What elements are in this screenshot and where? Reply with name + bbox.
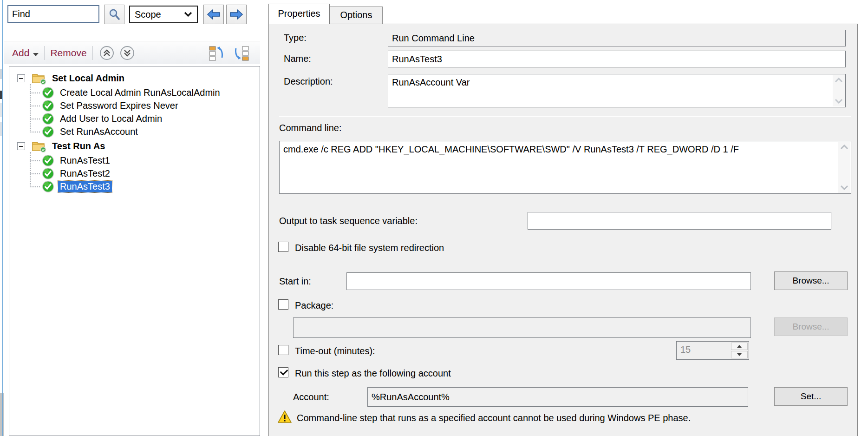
tree-item-label: RunAsTest2 [58,168,112,179]
tree-item-label: Add User to Local Admin [58,113,164,125]
tree-item[interactable]: RunAsTest2 [9,167,260,180]
section-separator [279,116,851,117]
output-variable-label: Output to task sequence variable: [279,216,418,226]
command-line-input[interactable]: cmd.exe /c REG ADD "HKEY_LOCAL_MACHINE\S… [279,141,851,194]
package-label: Package: [295,300,333,311]
package-browse-button[interactable]: Browse... [774,317,848,336]
tree-item-label: RunAsTest1 [58,155,112,166]
name-input[interactable] [388,51,846,67]
scroll-down-icon [840,185,848,190]
chevron-down-icon [184,12,192,17]
description-label: Description: [284,76,333,87]
step-success-icon [42,112,54,125]
tab-properties[interactable]: Properties [268,4,330,24]
tree-group-label: Test Run As [50,140,107,152]
spinner-up-button[interactable] [731,343,748,350]
step-success-icon [42,167,54,180]
scope-dropdown[interactable]: Scope [129,6,198,23]
run-as-checkbox[interactable] [278,367,288,377]
collapse-all-button[interactable] [98,45,115,61]
description-input[interactable]: RunAsAccount Var [388,74,846,107]
name-label: Name: [284,53,311,64]
move-down-button[interactable] [233,45,250,61]
tree-item[interactable]: Set RunAsAccount [9,125,260,138]
remove-button[interactable]: Remove [50,47,86,59]
timeout-value: 15 [680,344,691,355]
arrow-left-icon [207,9,221,20]
step-success-icon [42,180,54,193]
account-label: Account: [293,392,329,403]
tree-item[interactable]: Create Local Admin RunAsLocalAdmin [9,86,260,99]
add-dropdown-caret-icon [33,53,39,56]
tree-item-label: Set Password Expires Never [58,100,180,112]
package-field [293,317,751,338]
tree-item[interactable]: RunAsTest1 [9,154,260,167]
scroll-up-icon [835,78,843,83]
scope-value: Scope [135,9,161,20]
spinner-up-icon [737,345,742,348]
find-input[interactable] [7,5,99,23]
tree-group-label: Set Local Admin [50,73,126,84]
double-chevron-up-icon [99,45,115,61]
search-button[interactable] [104,5,124,24]
tree-connector [30,186,40,187]
tree-connector [30,92,40,93]
step-success-icon [42,126,54,138]
tree-item[interactable]: Add User to Local Admin [9,112,260,125]
tree-item-label: RunAsTest3 [58,181,112,192]
step-tree[interactable]: Set Local AdminCreate Local Admin RunAsL… [9,66,260,436]
move-step-up-icon [208,45,225,61]
tree-group[interactable]: Test Run As [9,138,260,154]
folder-check-icon [32,72,46,85]
step-success-icon [42,154,54,167]
start-in-input[interactable] [346,272,751,290]
tree-toolbar: Add Remove [4,41,260,64]
collapse-expander[interactable] [17,142,25,150]
tree-connector [30,119,40,119]
spinner-down-button[interactable] [731,351,748,358]
find-next-button[interactable] [226,5,247,24]
add-button[interactable]: Add [12,47,39,59]
search-icon [108,8,120,20]
tree-connector [30,132,40,132]
tree-connector [30,160,40,161]
expand-all-button[interactable] [119,45,136,61]
timeout-checkbox[interactable] [278,345,288,355]
move-up-button[interactable] [208,45,225,61]
description-scrollbar[interactable] [833,75,845,106]
package-checkbox[interactable] [278,299,288,310]
account-set-button[interactable]: Set... [774,387,848,406]
output-variable-input[interactable] [528,212,831,230]
folder-check-icon [32,140,46,152]
start-in-browse-button[interactable]: Browse... [774,271,848,290]
tree-item[interactable]: Set Password Expires Never [9,99,260,112]
tree-item-label: Create Local Admin RunAsLocalAdmin [58,87,222,99]
warning-icon [277,410,292,424]
scroll-up-icon [840,145,848,150]
tree-connector [30,106,40,106]
disable-redirection-checkbox[interactable] [278,242,288,252]
start-in-label: Start in: [279,276,311,287]
tree-item-label: Set RunAsAccount [58,126,140,138]
properties-page: Type: Run Command Line Name: Description… [268,24,858,436]
window-border [2,0,3,436]
tree-group[interactable]: Set Local Admin [9,70,260,86]
command-line-scrollbar[interactable] [838,142,850,193]
move-step-down-icon [233,45,250,61]
arrow-right-icon [229,9,243,20]
tree-connector [30,152,31,185]
timeout-spinner[interactable]: 15 [676,341,749,360]
command-line-label: Command line: [279,123,342,133]
warning-text: Command-line step that runs as a specifi… [297,413,691,423]
double-chevron-down-icon [119,45,135,61]
run-as-label: Run this step as the following account [295,368,451,379]
find-previous-button[interactable] [203,5,224,24]
scroll-down-icon [835,99,843,104]
collapse-expander[interactable] [17,74,25,82]
timeout-label: Time-out (minutes): [295,346,375,357]
tree-connector [30,173,40,174]
step-success-icon [42,86,54,99]
tree-item[interactable]: RunAsTest3 [9,180,260,193]
type-label: Type: [284,33,307,43]
tab-options[interactable]: Options [330,7,383,24]
